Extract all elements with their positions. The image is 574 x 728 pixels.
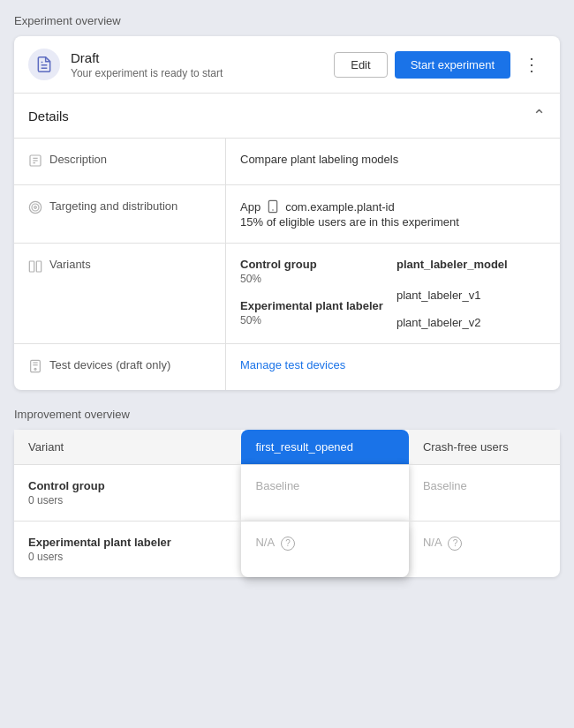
variant-experimental: Experimental plant labeler 50%: [240, 299, 389, 326]
description-label: Description: [14, 139, 226, 184]
control-variant-cell: Control group 0 users: [14, 465, 241, 522]
col-header-crash-free: Crash-free users: [409, 430, 560, 465]
experimental-variant-cell: Experimental plant labeler 0 users: [14, 522, 241, 578]
variants-label: Variants: [14, 244, 226, 343]
experimental-first-result-cell: N/A ?: [241, 522, 408, 578]
test-devices-value: Manage test devices: [226, 344, 560, 390]
improvement-card: Variant first_result_opened Crash-free u…: [14, 430, 560, 577]
help-icon-crash-free[interactable]: ?: [448, 537, 462, 551]
model-v2: plant_labeler_v2: [397, 316, 546, 329]
experiment-overview-label: Experiment overview: [14, 14, 560, 27]
test-devices-icon: [28, 359, 42, 376]
variants-row: Variants Control group 50% Experimental …: [14, 244, 560, 344]
details-header: Details ⌃: [14, 94, 560, 139]
table-row: Control group 0 users Baseline Baseline: [14, 465, 560, 522]
draft-actions: Edit Start experiment ⋮: [334, 51, 546, 79]
improvement-overview-label: Improvement overview: [14, 408, 560, 421]
control-crash-free-cell: Baseline: [409, 465, 560, 522]
targeting-icon: [28, 200, 42, 217]
manage-test-devices-link[interactable]: Manage test devices: [240, 358, 345, 372]
variants-icon: [28, 259, 42, 276]
eligible-line: 15% of eligible users are in this experi…: [240, 215, 546, 229]
svg-point-6: [29, 201, 41, 213]
col-header-first-result: first_result_opened: [241, 430, 408, 465]
draft-header: Draft Your experiment is ready to start …: [14, 36, 560, 94]
targeting-label: Targeting and distribution: [14, 185, 226, 243]
details-section: Details ⌃ Description Compare plant labe…: [14, 94, 560, 390]
description-icon: [28, 154, 42, 170]
draft-card: Draft Your experiment is ready to start …: [14, 36, 560, 390]
description-row: Description Compare plant labeling model…: [14, 139, 560, 185]
variants-value: Control group 50% Experimental plant lab…: [226, 244, 560, 343]
variant-control: Control group 50%: [240, 258, 389, 285]
start-experiment-button[interactable]: Start experiment: [395, 51, 510, 79]
draft-icon: [28, 49, 60, 80]
collapse-icon[interactable]: ⌃: [532, 106, 546, 125]
test-devices-row: Test devices (draft only) Manage test de…: [14, 344, 560, 390]
description-value: Compare plant labeling models: [226, 139, 560, 184]
svg-point-16: [34, 368, 36, 370]
details-title: Details: [28, 109, 69, 124]
draft-subtitle: Your experiment is ready to start: [71, 67, 334, 79]
table-row: Experimental plant labeler 0 users N/A ?…: [14, 522, 560, 578]
targeting-value: App com.example.plant-id 15% of eligible…: [226, 185, 560, 243]
svg-point-8: [34, 206, 37, 209]
svg-point-7: [32, 204, 39, 211]
targeting-row: Targeting and distribution App com.examp…: [14, 185, 560, 244]
improvement-table: Variant first_result_opened Crash-free u…: [14, 430, 560, 577]
svg-rect-11: [29, 261, 34, 272]
draft-title: Draft: [71, 50, 334, 65]
app-line: App com.example.plant-id: [240, 199, 546, 214]
edit-button[interactable]: Edit: [334, 52, 387, 78]
model-v1: plant_labeler_v1: [397, 289, 546, 302]
more-options-button[interactable]: ⋮: [517, 52, 546, 77]
model-column-header: plant_labeler_model: [397, 258, 546, 271]
draft-text-block: Draft Your experiment is ready to start: [71, 50, 334, 79]
svg-rect-12: [36, 261, 41, 272]
col-header-variant: Variant: [14, 430, 241, 465]
control-first-result-cell: Baseline: [241, 465, 408, 522]
app-name: com.example.plant-id: [285, 200, 395, 214]
help-icon-first-result[interactable]: ?: [281, 537, 295, 551]
test-devices-label: Test devices (draft only): [14, 344, 226, 390]
experimental-crash-free-cell: N/A ?: [409, 522, 560, 578]
